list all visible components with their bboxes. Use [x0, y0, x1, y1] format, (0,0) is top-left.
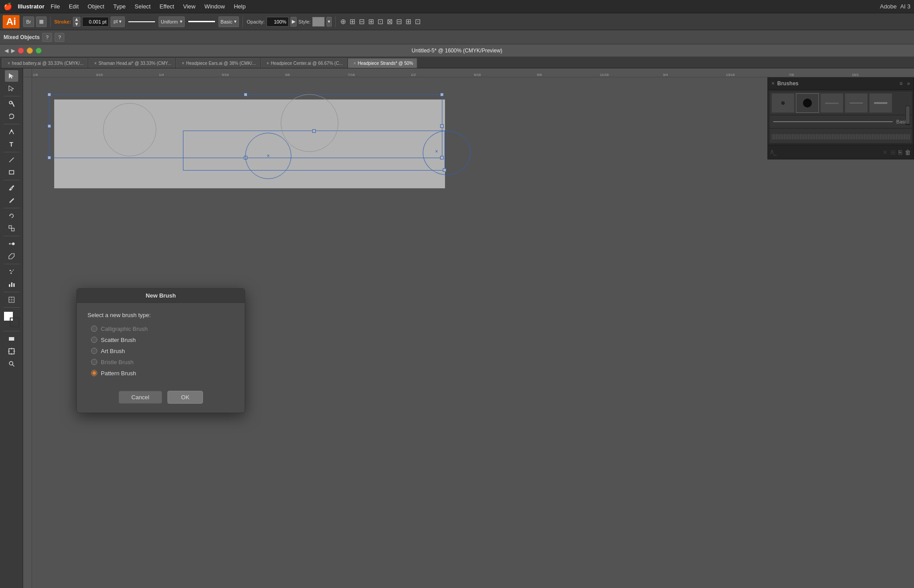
left-arrow[interactable]: ◀: [4, 48, 8, 54]
ruler-left: [23, 77, 32, 588]
globe-icon[interactable]: ⊕: [339, 16, 347, 27]
stroke-down-button[interactable]: ▼: [73, 22, 80, 27]
align-icon4[interactable]: ⊡: [377, 16, 384, 27]
paintbrush-tool[interactable]: [5, 182, 18, 194]
canvas-area[interactable]: 1/8 3/16 1/4 5/16 3/8 7/16 1/2 9/16 5/8 …: [23, 68, 914, 588]
align-icon3[interactable]: ⊞: [367, 16, 375, 27]
tab-1[interactable]: × Shaman Head.ai* @ 33.33% (CMY...: [88, 58, 175, 68]
radio-btn-scatter[interactable]: [91, 337, 97, 343]
uniform-dropdown[interactable]: Uniform ▾: [159, 16, 185, 27]
menu-view[interactable]: View: [179, 0, 200, 13]
ok-button[interactable]: OK: [167, 391, 203, 404]
opacity-arrow-button[interactable]: ▶: [290, 17, 297, 27]
tab-close-1[interactable]: ×: [94, 59, 97, 68]
svg-point-14: [9, 270, 11, 271]
align-icon8[interactable]: ⊡: [414, 16, 421, 27]
selection-tool[interactable]: [5, 70, 18, 82]
type-tool[interactable]: T: [5, 139, 18, 150]
pen-tool[interactable]: [5, 126, 18, 138]
blend-tool[interactable]: [5, 238, 18, 250]
tab-2[interactable]: × Headpiece Ears.ai @ 38% (CMK/...: [176, 58, 260, 68]
tab-close-2[interactable]: ×: [182, 59, 184, 68]
rectangle-frame-tool[interactable]: [5, 333, 18, 345]
menu-help[interactable]: Help: [229, 0, 250, 13]
bridge-button[interactable]: Br: [23, 16, 34, 27]
lasso-tool[interactable]: [5, 111, 18, 122]
opacity-input[interactable]: [266, 17, 289, 27]
tab-close-4[interactable]: ×: [354, 59, 356, 68]
tab-close-0[interactable]: ×: [8, 59, 10, 68]
left-toolbar: T: [0, 68, 23, 588]
tool-sep-10: [4, 331, 20, 331]
tab-close-3[interactable]: ×: [266, 59, 269, 68]
svg-point-1: [9, 101, 12, 104]
direct-selection-tool[interactable]: [5, 83, 18, 94]
tab-4[interactable]: × Headpiece Strands* @ 50%: [348, 58, 417, 68]
tab-label-3: Headpiece Center.ai @ 66.67% (C...: [271, 59, 343, 68]
tab-label-1: Shaman Head.ai* @ 33.33% (CMY...: [99, 59, 171, 68]
stroke-up-button[interactable]: ▲: [73, 17, 80, 22]
zoom-tool[interactable]: [5, 358, 18, 369]
free-transform-tool[interactable]: [5, 250, 18, 262]
workspace-button[interactable]: ▦: [36, 16, 47, 27]
scale-tool[interactable]: [5, 222, 18, 234]
radio-btn-art[interactable]: [91, 348, 97, 354]
canvas-content[interactable]: × × × Brushes ≡ »: [32, 77, 914, 588]
menu-window[interactable]: Window: [200, 0, 229, 13]
question-button-2[interactable]: ?: [55, 33, 64, 42]
align-icon5[interactable]: ⊠: [386, 16, 393, 27]
window-maximize-button[interactable]: [36, 48, 42, 54]
radio-btn-pattern[interactable]: [91, 370, 97, 376]
cancel-button[interactable]: Cancel: [119, 391, 162, 404]
style-dropdown[interactable]: ▾: [326, 17, 332, 27]
style-preview[interactable]: [312, 17, 325, 27]
radio-btn-calligraphic[interactable]: [91, 326, 97, 332]
stroke-value-input[interactable]: [82, 17, 109, 27]
radio-calligraphic[interactable]: Calligraphic Brush: [91, 326, 234, 332]
column-graph-tool[interactable]: [5, 278, 18, 290]
tab-3[interactable]: × Headpiece Center.ai @ 66.67% (C...: [261, 58, 347, 68]
align-icon1[interactable]: ⊞: [349, 16, 356, 27]
apple-menu[interactable]: 🍎: [4, 2, 12, 11]
slice-tool[interactable]: [5, 294, 18, 306]
svg-point-16: [10, 273, 12, 274]
align-icon6[interactable]: ⊟: [395, 16, 403, 27]
artboard-tool[interactable]: [5, 346, 18, 357]
menu-effect[interactable]: Effect: [155, 0, 179, 13]
pencil-tool[interactable]: [5, 195, 18, 206]
stroke-units-button[interactable]: pt ▾: [111, 16, 125, 27]
menu-object[interactable]: Object: [83, 0, 109, 13]
magic-wand-tool[interactable]: [5, 98, 18, 110]
radio-scatter[interactable]: Scatter Brush: [91, 337, 234, 343]
radio-pattern[interactable]: Pattern Brush: [91, 370, 234, 377]
titlebar: ◀ ▶ Untitled-5* @ 1600% (CMYK/Preview): [0, 44, 914, 57]
question-button-1[interactable]: ?: [42, 33, 52, 42]
radio-bristle[interactable]: Bristle Brush: [91, 359, 234, 366]
stroke-color[interactable]: [10, 318, 20, 327]
align-icon7[interactable]: ⊞: [405, 16, 412, 27]
menu-edit[interactable]: Edit: [64, 0, 83, 13]
stroke-label: Stroke:: [54, 19, 71, 24]
svg-point-15: [12, 271, 12, 272]
align-icon2[interactable]: ⊟: [358, 16, 366, 27]
color-boxes[interactable]: [4, 311, 20, 327]
tool-sep-1: [4, 96, 20, 96]
app-name[interactable]: Illustrator: [18, 3, 44, 10]
radio-btn-bristle[interactable]: [91, 359, 97, 365]
rotate-tool[interactable]: [5, 210, 18, 222]
symbol-spray-tool[interactable]: [5, 266, 18, 278]
radio-art[interactable]: Art Brush: [91, 348, 234, 354]
line-tool[interactable]: [5, 154, 18, 166]
right-arrow[interactable]: ▶: [11, 48, 15, 54]
tool-sep-9: [4, 307, 20, 308]
menu-type[interactable]: Type: [109, 0, 130, 13]
ruler-tick-5: 7/16: [347, 73, 410, 77]
tab-0[interactable]: × head battery.ai @ 33.33% (CMYK/...: [2, 58, 87, 68]
window-close-button[interactable]: [18, 48, 24, 54]
tab-label-0: head battery.ai @ 33.33% (CMYK/...: [12, 59, 83, 68]
basic-dropdown[interactable]: Basic ▾: [219, 16, 239, 27]
window-minimize-button[interactable]: [27, 48, 33, 54]
menu-file[interactable]: File: [46, 0, 64, 13]
rect-tool[interactable]: [5, 167, 18, 178]
menu-select[interactable]: Select: [130, 0, 155, 13]
